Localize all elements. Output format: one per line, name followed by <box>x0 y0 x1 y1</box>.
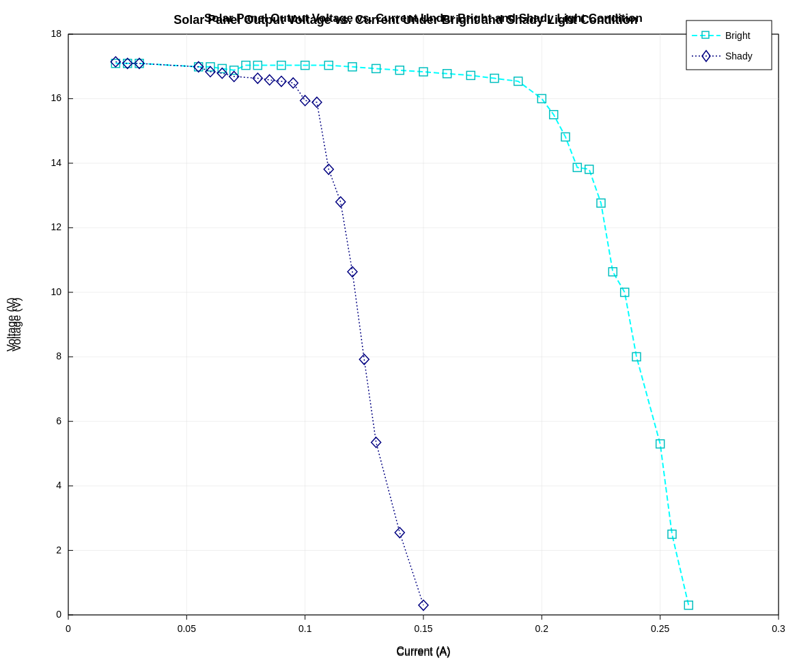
legend-box <box>686 20 772 70</box>
svg-text:2: 2 <box>56 545 61 555</box>
chart-title-text: Solar Panel Output Voltage vs. Current U… <box>204 12 643 25</box>
svg-text:8: 8 <box>56 350 61 361</box>
svg-text:0.1: 0.1 <box>298 623 312 634</box>
chart-svg: Solar Panel Output Voltage vs. Current U… <box>0 0 812 660</box>
svg-text:0.3: 0.3 <box>772 623 785 634</box>
chart-container: Solar Panel Output Voltage vs. Current U… <box>0 0 812 660</box>
svg-text:0.15: 0.15 <box>414 623 432 634</box>
svg-text:0: 0 <box>56 609 61 620</box>
svg-text:18: 18 <box>51 28 61 39</box>
y-axis-label-text: Voltage (V) <box>5 297 17 351</box>
svg-text:0: 0 <box>66 623 71 634</box>
svg-text:0.25: 0.25 <box>651 623 669 634</box>
svg-text:14: 14 <box>51 157 61 168</box>
svg-text:10: 10 <box>51 286 61 297</box>
legend-shady-label: Shady <box>725 51 753 61</box>
legend-bright-label: Bright <box>725 30 751 41</box>
svg-text:0.2: 0.2 <box>535 623 549 634</box>
svg-text:12: 12 <box>51 221 61 232</box>
svg-text:4: 4 <box>56 480 61 491</box>
svg-text:6: 6 <box>56 415 61 426</box>
x-axis-label-text: Current (A) <box>396 645 450 657</box>
svg-text:16: 16 <box>51 92 61 103</box>
svg-text:0.05: 0.05 <box>178 623 196 634</box>
